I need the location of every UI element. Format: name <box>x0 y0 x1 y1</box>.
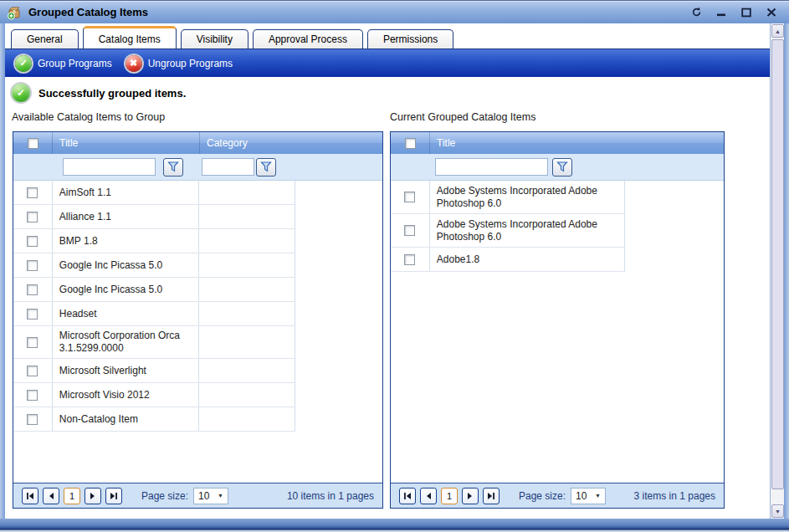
cell-category <box>198 359 295 382</box>
cell-category <box>198 383 295 407</box>
table-header-row: Title <box>391 132 724 154</box>
previous-page-button[interactable] <box>420 488 437 504</box>
window-title: Grouped Catalog Items <box>28 6 148 18</box>
next-page-button[interactable] <box>85 488 101 504</box>
cell-title: Headset <box>52 302 199 325</box>
items-summary: 10 items in 1 pages <box>287 490 374 502</box>
tab-catalog-items[interactable]: Catalog Items <box>83 26 177 49</box>
cell-title: Non-Catalog Item <box>52 407 199 431</box>
select-all-checkbox[interactable] <box>28 138 38 149</box>
table-row: Microsoft Silverlight <box>13 359 295 383</box>
status-message: ✓ Successfully grouped items. <box>12 84 186 102</box>
table-row: BMP 1.8 <box>13 229 295 253</box>
row-checkbox[interactable] <box>404 192 415 202</box>
table-row: Headset <box>13 302 295 326</box>
ungroup-programs-button[interactable]: ✖ Ungroup Programs <box>126 55 233 72</box>
cell-category <box>198 407 295 431</box>
funnel-icon <box>556 161 568 172</box>
first-page-button[interactable] <box>399 488 416 504</box>
row-checkbox[interactable] <box>27 390 38 401</box>
page-size-select[interactable]: 10 ▼ <box>571 488 606 504</box>
chevron-down-icon: ▼ <box>218 493 223 499</box>
title-filter-button[interactable] <box>163 158 183 176</box>
cell-title: Microsoft Corporation Orca 3.1.5299.0000 <box>52 326 199 358</box>
current-page-button[interactable]: 1 <box>64 488 80 504</box>
column-header-title[interactable]: Title <box>429 132 625 154</box>
cell-title: Google Inc Picassa 5.0 <box>52 253 199 277</box>
table-row: Google Inc Picassa 5.0 <box>13 278 295 302</box>
title-filter-button[interactable] <box>552 158 572 176</box>
tab-visibility[interactable]: Visibility <box>181 29 248 49</box>
cell-title: Adobe Systems Incorporated Adobe Photosh… <box>429 214 624 247</box>
title-filter-input[interactable] <box>63 158 156 176</box>
table-row: Microsoft Visio 2012 <box>13 383 295 407</box>
last-page-button[interactable] <box>105 488 122 504</box>
funnel-icon <box>167 161 179 172</box>
next-page-button[interactable] <box>462 488 479 504</box>
scroll-up-icon[interactable]: ▲ <box>771 24 784 38</box>
titlebar[interactable]: Grouped Catalog Items <box>0 0 789 23</box>
tab-permissions[interactable]: Permissions <box>367 29 453 49</box>
filter-row <box>391 154 724 181</box>
previous-page-button[interactable] <box>43 488 59 504</box>
row-checkbox[interactable] <box>27 414 38 425</box>
table-row: Non-Catalog Item <box>13 407 295 432</box>
window-controls <box>690 8 777 18</box>
row-checkbox[interactable] <box>27 187 38 198</box>
table-row: Microsoft Corporation Orca 3.1.5299.0000 <box>13 326 295 359</box>
column-header-category[interactable]: Category <box>199 132 295 154</box>
cell-category <box>198 229 295 253</box>
cell-title: Adobe1.8 <box>429 248 624 271</box>
table-row: Adobe1.8 <box>391 248 625 272</box>
select-all-checkbox[interactable] <box>405 138 416 149</box>
package-add-icon <box>7 5 22 20</box>
first-page-button[interactable] <box>22 488 38 504</box>
row-checkbox[interactable] <box>27 260 38 271</box>
tab-approval-process[interactable]: Approval Process <box>253 29 363 49</box>
row-checkbox[interactable] <box>404 225 415 236</box>
row-checkbox[interactable] <box>27 236 38 247</box>
category-filter-input[interactable] <box>202 158 254 176</box>
column-header-title[interactable]: Title <box>52 132 199 154</box>
row-checkbox[interactable] <box>27 366 38 376</box>
cell-title: Adobe Systems Incorporated Adobe Photosh… <box>429 181 624 213</box>
window-border-bottom <box>0 519 789 532</box>
dialog-window: Grouped Catalog Items <box>0 0 789 532</box>
cell-category <box>198 253 295 277</box>
available-items-table: Title Category <box>13 131 383 509</box>
group-programs-button[interactable]: ✓ Group Programs <box>15 55 112 72</box>
cell-title: Microsoft Visio 2012 <box>52 383 199 407</box>
category-filter-button[interactable] <box>256 158 276 176</box>
minimize-button[interactable] <box>715 8 727 18</box>
content-area: ✓ Successfully grouped items. Available … <box>5 77 770 519</box>
items-summary: 3 items in 1 pages <box>634 490 715 502</box>
refresh-icon[interactable] <box>690 8 702 18</box>
red-x-circle-icon: ✖ <box>126 55 142 72</box>
maximize-button[interactable] <box>740 8 752 18</box>
toolbar: ✓ Group Programs ✖ Ungroup Programs <box>5 49 770 77</box>
table-body: Adobe Systems Incorporated Adobe Photosh… <box>391 181 724 483</box>
cell-title: BMP 1.8 <box>52 229 199 253</box>
page-size-label: Page size: <box>141 490 188 502</box>
close-button[interactable] <box>766 8 777 18</box>
table-row: Adobe Systems Incorporated Adobe Photosh… <box>391 181 625 214</box>
cell-category <box>198 278 295 301</box>
window-border-right <box>784 23 789 519</box>
vertical-scrollbar[interactable]: ▲ ▼ <box>770 23 784 519</box>
row-checkbox[interactable] <box>404 254 415 265</box>
scroll-down-icon[interactable]: ▼ <box>771 504 784 518</box>
row-checkbox[interactable] <box>27 212 38 223</box>
cell-title: Google Inc Picassa 5.0 <box>52 278 199 301</box>
last-page-button[interactable] <box>483 488 500 504</box>
available-items-heading: Available Catalog Items to Group <box>12 111 165 123</box>
tab-general[interactable]: General <box>11 29 79 49</box>
title-filter-input[interactable] <box>435 158 548 176</box>
row-checkbox[interactable] <box>27 337 38 348</box>
current-page-button[interactable]: 1 <box>441 488 458 504</box>
tab-bar: General Catalog Items Visibility Approva… <box>5 23 770 49</box>
row-checkbox[interactable] <box>27 284 38 295</box>
scrollbar-thumb[interactable] <box>771 39 784 489</box>
table-row: Google Inc Picassa 5.0 <box>13 253 295 278</box>
row-checkbox[interactable] <box>27 309 38 320</box>
page-size-select[interactable]: 10 ▼ <box>193 488 228 504</box>
